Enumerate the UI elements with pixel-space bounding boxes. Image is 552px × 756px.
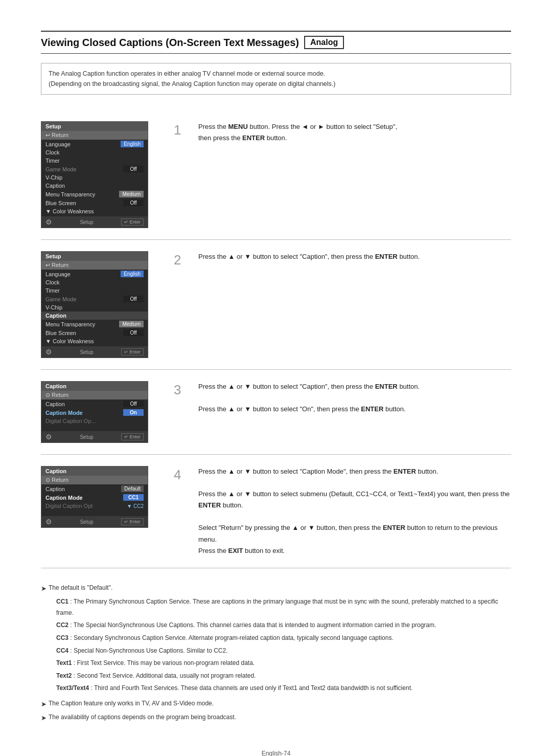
menu2-s2-timer: Timer	[41, 286, 148, 295]
menu2-s2-footer: ⚙ Setup ↵ Enter	[41, 346, 148, 358]
step-3-menu-ui: Caption ⊙ Return CaptionOff Caption Mode…	[41, 381, 158, 443]
gear-icon: ⚙	[45, 218, 52, 226]
menu2-step2-title: Setup	[41, 252, 148, 261]
step-4-right: 4 Press the ▲ or ▼ button to select "Cap…	[174, 466, 511, 557]
menu3-footer: ⚙ Setup ↵ Enter	[41, 431, 148, 442]
step-1-content: Press the MENU button. Press the ◄ or ► …	[198, 121, 511, 144]
menu2-s2-colorweak: ▼ Color Weakness	[41, 337, 148, 345]
step-1-row: Setup ↩ Return LanguageEnglish Clock Tim…	[41, 110, 511, 240]
menu1-row-caption: Caption	[41, 182, 148, 190]
page-title: Viewing Closed Captions (On-Screen Text …	[41, 37, 299, 49]
note-text34: Text3/Text4 : Third and Fourth Text Serv…	[56, 683, 511, 694]
menu3-return: ⊙ Return	[41, 391, 148, 399]
menu4-caption: CaptionDefault	[41, 484, 148, 493]
intro-line1: The Analog Caption function operates in …	[49, 69, 503, 79]
step-2-number: 2	[174, 252, 189, 268]
note-default: ➤ The default is "Default".	[41, 583, 511, 594]
step-3-right: 3 Press the ▲ or ▼ button to select "Cap…	[174, 381, 511, 415]
intro-box: The Analog Caption function operates in …	[41, 63, 511, 95]
note-text1: Text1 : First Text Service. This may be …	[56, 658, 511, 669]
steps-container: Setup ↩ Return LanguageEnglish Clock Tim…	[41, 110, 511, 568]
menu1-footer: ⚙ Setup ↵ Enter	[41, 216, 148, 228]
menu2-s2-return: ↩ Return	[41, 261, 148, 270]
menu1-title: Setup	[41, 122, 148, 131]
menu4-footer: ⚙ Setup ↵ Enter	[41, 516, 148, 527]
step-4-row: Caption ⊙ Return CaptionDefault Caption …	[41, 455, 511, 568]
menu3-footer-label: Setup	[80, 434, 93, 440]
step-4-number: 4	[174, 467, 189, 483]
note-text2: Text2 : Second Text Service. Additional …	[56, 671, 511, 682]
note-cc2: CC2 : The Special NonSynchronous Use Cap…	[56, 620, 511, 631]
menu4-title: Caption	[41, 466, 148, 476]
note-cc3: CC3 : Secondary Synchronous Caption Serv…	[56, 633, 511, 644]
step-3-row: Caption ⊙ Return CaptionOff Caption Mode…	[41, 370, 511, 455]
menu2-s2-footer-label: Setup	[80, 349, 93, 355]
menu3-caption: CaptionOff	[41, 399, 148, 408]
menu1-row-gamemode: Game ModeOff	[41, 165, 148, 173]
menu1-row-menutrans: Menu TransparencyMedium	[41, 190, 148, 198]
note-caption-feature-text: The Caption feature only works in TV, AV…	[49, 698, 214, 709]
gear-icon-4: ⚙	[45, 518, 52, 526]
note-availability-text: The availability of captions depends on …	[49, 712, 236, 723]
step-2-menu-ui: Setup ↩ Return LanguageEnglish Clock Tim…	[41, 251, 158, 358]
gear-icon-3: ⚙	[45, 433, 52, 441]
menu4-captionmode: Caption ModeCC1	[41, 493, 148, 502]
menu4-enter-btn: ↵ Enter	[121, 518, 144, 525]
menu2-s2-menutrans: Menu TransparencyMedium	[41, 320, 148, 328]
intro-line2: (Depending on the broadcasting signal, t…	[49, 79, 503, 89]
arrow-icon-caption: ➤	[41, 698, 47, 710]
step-2-content: Press the ▲ or ▼ button to select "Capti…	[198, 251, 511, 262]
menu2-s2-caption: Caption	[41, 312, 148, 320]
menu2-s2-bluescreen: Blue ScreenOff	[41, 328, 148, 337]
menu2-s2-enter-btn: ↵ Enter	[121, 348, 144, 355]
page-footer: English-74	[41, 750, 511, 756]
menu4-footer-label: Setup	[80, 519, 93, 525]
notes-section: ➤ The default is "Default". CC1 : The Pr…	[41, 583, 511, 724]
menu3-enter-btn: ↵ Enter	[121, 433, 144, 440]
note-caption-feature: ➤ The Caption feature only works in TV, …	[41, 698, 511, 710]
menu1-row-return: ↩ Return	[41, 131, 148, 140]
menu4-digitalcap: Digital Caption Opt ▼ CC2	[41, 502, 148, 510]
step-1-right: 1 Press the MENU button. Press the ◄ or …	[174, 121, 511, 144]
menu1-row-vchip: V-Chip	[41, 173, 148, 182]
menu2-s2-clock: Clock	[41, 278, 148, 286]
step-2-row: Setup ↩ Return LanguageEnglish Clock Tim…	[41, 240, 511, 370]
note-cc4: CC4 : Special Non-Synchronous Use Captio…	[56, 646, 511, 657]
step-1-menu-ui: Setup ↩ Return LanguageEnglish Clock Tim…	[41, 121, 158, 228]
menu1-row-language: LanguageEnglish	[41, 140, 148, 148]
page-title-section: Viewing Closed Captions (On-Screen Text …	[41, 31, 511, 54]
analog-badge: Analog	[304, 36, 344, 49]
menu1-row-clock: Clock	[41, 148, 148, 157]
arrow-icon-avail: ➤	[41, 712, 47, 724]
note-availability: ➤ The availability of captions depends o…	[41, 712, 511, 724]
menu2-s2-vchip: V-Chip	[41, 303, 148, 312]
step-4-content: Press the ▲ or ▼ button to select "Capti…	[198, 466, 511, 557]
arrow-icon-default: ➤	[41, 583, 47, 594]
menu1-footer-label: Setup	[80, 219, 93, 225]
menu3-captionmode: Caption ModeOn	[41, 408, 148, 417]
note-default-text: The default is "Default".	[49, 583, 112, 594]
note-cc1: CC1 : The Primary Synchronous Caption Se…	[56, 596, 511, 618]
menu1-enter-btn: ↵ Enter	[121, 218, 144, 226]
menu1-row-timer: Timer	[41, 157, 148, 165]
menu3-title: Caption	[41, 382, 148, 391]
step-2-right: 2 Press the ▲ or ▼ button to select "Cap…	[174, 251, 511, 268]
step-3-number: 3	[174, 382, 189, 398]
gear-icon-2: ⚙	[45, 348, 52, 356]
menu2-s2-gamemode: Game ModeOff	[41, 295, 148, 303]
menu2-s2-language: LanguageEnglish	[41, 270, 148, 278]
menu1-row-bluescreen: Blue ScreenOff	[41, 198, 148, 207]
menu3-digitalcap: Digital Caption Op...	[41, 417, 148, 425]
menu1-row-colorweak: ▼ Color Weakness	[41, 207, 148, 215]
step-3-content: Press the ▲ or ▼ button to select "Capti…	[198, 381, 511, 415]
page-number: English-74	[262, 750, 291, 756]
step-1-number: 1	[174, 122, 189, 138]
menu4-return: ⊙ Return	[41, 476, 148, 484]
step-4-menu-ui: Caption ⊙ Return CaptionDefault Caption …	[41, 466, 158, 528]
